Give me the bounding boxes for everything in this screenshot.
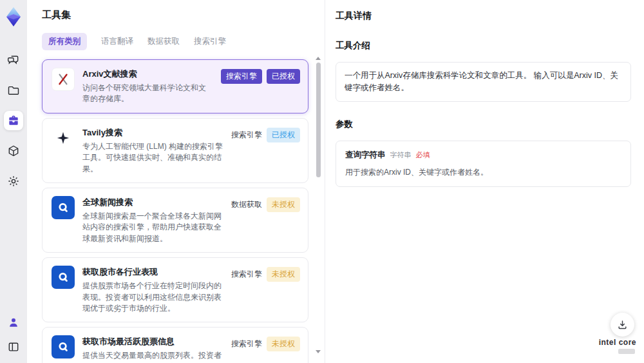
scroll-down-arrow-icon[interactable] [316, 350, 321, 353]
params-section-title: 参数 [336, 119, 631, 130]
category-label: 数据获取 [231, 199, 262, 210]
param-description: 用于搜索的Arxiv ID、关键字或作者姓名。 [345, 167, 621, 178]
panel-collapse-icon[interactable] [4, 337, 23, 357]
scroll-up-arrow-icon[interactable] [316, 57, 321, 60]
category-tabs: 所有类别 语言翻译 数据获取 搜索引擎 [42, 33, 325, 50]
tab-search-engine[interactable]: 搜索引擎 [194, 33, 226, 50]
list-scrollbar[interactable] [316, 57, 321, 358]
rail-icon-group [4, 50, 23, 191]
status-badge: 未授权 [267, 337, 300, 351]
toolbox-briefcase-icon[interactable] [4, 111, 23, 130]
intel-core-label: intel core [599, 338, 636, 347]
cube-icon[interactable] [4, 141, 23, 161]
param-type: 字符串 [390, 150, 412, 160]
tool-card-tavily[interactable]: Tavily搜索 专为人工智能代理 (LLM) 构建的搜索引擎工具。可快速提供实… [42, 118, 308, 183]
rail-bottom-group [4, 313, 23, 357]
tavily-star-icon [52, 126, 75, 150]
tool-details-panel: 工具详情 工具介绍 一个用于从Arxiv存储库搜索科学论文和文章的工具。 输入可… [325, 0, 644, 363]
chat-icon[interactable] [4, 50, 23, 70]
status-badge: 未授权 [267, 267, 300, 282]
tool-name: 全球新闻搜索 [82, 197, 223, 208]
status-badge: 未授权 [267, 197, 300, 212]
tool-name: Arxiv文献搜索 [82, 68, 213, 80]
parameter-card: 查询字符串 字符串 必填 用于搜索的Arxiv ID、关键字或作者姓名。 [336, 141, 631, 187]
download-button[interactable] [611, 313, 634, 337]
category-label: 搜索引擎 [231, 338, 262, 349]
folder-icon[interactable] [4, 81, 23, 100]
intel-core-logo: intel core [599, 338, 636, 354]
tools-panel-title: 工具集 [42, 9, 325, 21]
tool-card-global-news[interactable]: 全球新闻搜索 全球新闻搜索是一个聚合全球各大新闻网站内容的搜索引擎，帮助用户快速… [42, 188, 308, 253]
scrollbar-thumb[interactable] [316, 63, 321, 177]
tool-name: 获取市场最活跃股票信息 [82, 336, 223, 348]
param-name: 查询字符串 [345, 150, 386, 161]
arxiv-logo-icon [52, 68, 75, 91]
tool-card-active-stocks[interactable]: 获取市场最活跃股票信息 提供当天交易量最高的股票列表。投资者可以利用这些信息来识… [42, 327, 308, 363]
tool-name: 获取股市各行业表现 [82, 266, 223, 278]
tool-description: 专为人工智能代理 (LLM) 构建的搜索引擎工具。可快速提供实时、准确和真实的结… [82, 141, 223, 175]
stock-sector-logo-icon [52, 266, 75, 289]
tool-description: 全球新闻搜索是一个聚合全球各大新闻网站内容的搜索引擎，帮助用户快速获取全球最新资… [82, 211, 223, 244]
tool-card-arxiv[interactable]: Arxiv文献搜索 访问各个研究领域大量科学论文和文章的存储库。 搜索引擎 已授… [42, 59, 308, 113]
active-stocks-logo-icon [52, 335, 75, 358]
global-news-logo-icon [52, 196, 75, 219]
tool-description: 提供股票市场各个行业在特定时间段内的表现。投资者可以利用这些信息来识别表现优于或… [82, 280, 223, 314]
tool-list: Arxiv文献搜索 访问各个研究领域大量科学论文和文章的存储库。 搜索引擎 已授… [42, 59, 308, 363]
param-required-flag: 必填 [416, 150, 430, 160]
tool-name: Tavily搜索 [82, 127, 223, 139]
details-panel-title: 工具详情 [336, 10, 631, 22]
intel-badge [618, 349, 635, 354]
tool-description: 提供当天交易量最高的股票列表。投资者可以利用这些信息来识别流动性强的股票和潜在的… [82, 350, 223, 363]
intro-section-title: 工具介绍 [336, 40, 631, 52]
status-badge: 已授权 [267, 128, 300, 142]
left-rail [0, 0, 27, 363]
tools-list-panel: 工具集 所有类别 语言翻译 数据获取 搜索引擎 Arxiv文献搜索 访问各个研究… [27, 0, 325, 363]
app-window: 工具集 所有类别 语言翻译 数据获取 搜索引擎 Arxiv文献搜索 访问各个研究… [0, 0, 644, 363]
category-badge: 搜索引擎 [221, 69, 262, 84]
category-label: 搜索引擎 [231, 269, 262, 280]
tab-language-translation[interactable]: 语言翻译 [101, 33, 133, 50]
app-logo-diamond-icon[interactable] [2, 5, 25, 28]
download-icon [617, 319, 628, 330]
category-label: 搜索引擎 [231, 130, 262, 141]
tab-data-acquisition[interactable]: 数据获取 [147, 33, 180, 50]
tool-card-stock-sectors[interactable]: 获取股市各行业表现 提供股票市场各个行业在特定时间段内的表现。投资者可以利用这些… [42, 257, 308, 322]
gear-icon[interactable] [4, 172, 23, 191]
status-badge: 已授权 [267, 69, 300, 84]
tool-intro-text: 一个用于从Arxiv存储库搜索科学论文和文章的工具。 输入可以是Arxiv ID… [336, 62, 631, 102]
tab-all-categories[interactable]: 所有类别 [42, 33, 87, 50]
tool-description: 访问各个研究领域大量科学论文和文章的存储库。 [82, 83, 213, 105]
user-icon[interactable] [4, 313, 23, 332]
